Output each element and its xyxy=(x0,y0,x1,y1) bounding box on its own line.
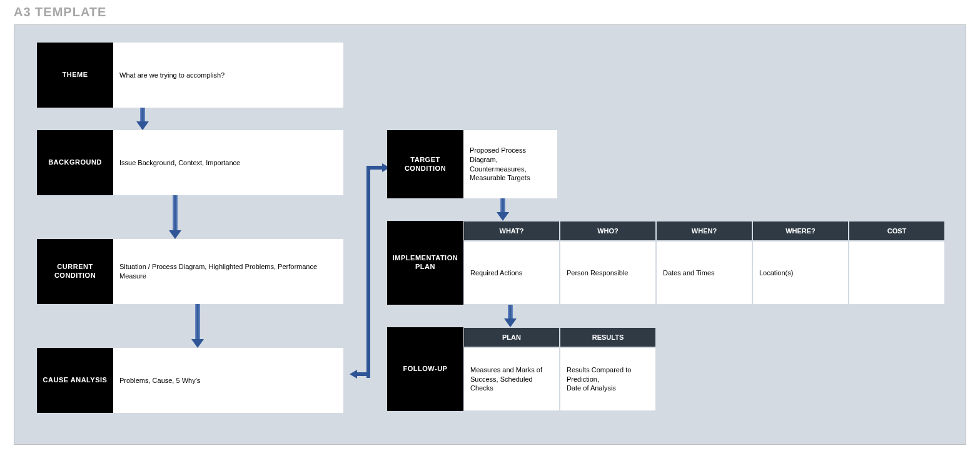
background-content: Issue Background, Context, Importance xyxy=(113,130,343,195)
impl-cell-when: Dates and Times xyxy=(656,241,752,305)
cause-analysis-label: CAUSE ANALYSIS xyxy=(37,348,113,413)
theme-content: What are we trying to accomplish? xyxy=(113,43,343,108)
impl-header-what: WHAT? xyxy=(463,221,560,241)
impl-header-where: WHERE? xyxy=(752,221,849,241)
page-title: A3 TEMPLATE xyxy=(0,0,980,24)
arrow-theme-background xyxy=(138,108,148,130)
current-condition-label: CURRENT CONDITION xyxy=(37,239,113,304)
arrow-background-current xyxy=(170,195,180,239)
target-condition-content: Proposed Process Diagram, Countermeasure… xyxy=(463,130,557,198)
theme-label: THEME xyxy=(37,43,113,108)
background-label: BACKGROUND xyxy=(37,130,113,195)
implementation-plan-label: IMPLEMENTATION PLAN xyxy=(387,221,463,305)
diagram-canvas: THEME What are we trying to accomplish? … xyxy=(14,24,966,445)
impl-header-when: WHEN? xyxy=(656,221,752,241)
arrow-cause-target xyxy=(343,159,390,384)
follow-cell-results: Results Compared to Prediction, Date of … xyxy=(560,347,656,411)
follow-header-plan: PLAN xyxy=(463,327,560,347)
impl-cell-where: Location(s) xyxy=(752,241,849,305)
current-condition-content: Situation / Process Diagram, Highlighted… xyxy=(113,239,343,304)
cause-analysis-content: Problems, Cause, 5 Why's xyxy=(113,348,343,413)
arrow-implementation-followup xyxy=(505,305,515,327)
impl-cell-cost xyxy=(849,241,945,305)
svg-marker-1 xyxy=(350,370,357,379)
impl-header-who: WHO? xyxy=(560,221,656,241)
follow-up-label: FOLLOW-UP xyxy=(387,327,463,411)
arrow-current-cause xyxy=(193,304,203,348)
impl-cell-what: Required Actions xyxy=(463,241,560,305)
arrow-target-implementation xyxy=(498,198,508,221)
follow-header-results: RESULTS xyxy=(560,327,656,347)
impl-cell-who: Person Responsible xyxy=(560,241,656,305)
follow-cell-plan: Measures and Marks of Success, Scheduled… xyxy=(463,347,560,411)
impl-header-cost: COST xyxy=(849,221,945,241)
target-condition-label: TARGET CONDITION xyxy=(387,130,463,198)
